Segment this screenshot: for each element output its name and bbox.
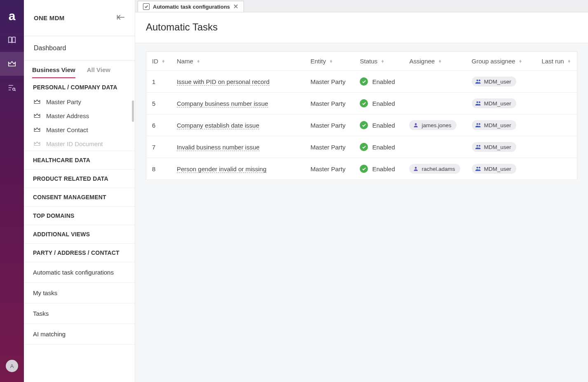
section-personal[interactable]: PERSONAL / COMPANY DATA	[24, 78, 135, 93]
cell-status: Enabled	[354, 114, 403, 136]
assignee-chip[interactable]: rachel.adams	[409, 164, 460, 174]
rail-item-master[interactable]	[0, 52, 24, 76]
sort-icon: ▲▼	[197, 60, 200, 63]
cell-group: MDM_user	[466, 93, 536, 114]
collapse-icon	[117, 14, 125, 20]
svg-point-11	[476, 167, 478, 168]
svg-point-4	[478, 101, 480, 103]
sidebar-link-tasks[interactable]: Tasks	[24, 303, 135, 324]
cell-assignee: rachel.adams	[403, 158, 466, 180]
avatar[interactable]: A	[6, 360, 18, 372]
table-row[interactable]: 1Issue with PID on personal recordMaster…	[146, 71, 577, 93]
sidebar-item-label: Master Party	[46, 98, 81, 105]
scrollbar-thumb[interactable]	[132, 100, 134, 122]
dashboard-link[interactable]: Dashboard	[24, 36, 135, 61]
sidebar-item-master-address[interactable]: Master Address	[24, 109, 135, 123]
group-chip[interactable]: MDM_user	[472, 120, 516, 130]
sidebar-header: ONE MDM	[24, 0, 135, 36]
group-chip[interactable]: MDM_user	[472, 77, 516, 86]
icon-rail: a A	[0, 0, 24, 382]
svg-point-3	[476, 101, 478, 103]
sidebar-item-master-contact[interactable]: Master Contact	[24, 123, 135, 137]
group-chip[interactable]: MDM_user	[472, 164, 516, 174]
users-icon	[475, 165, 482, 172]
col-group[interactable]: Group assignee▲▼	[466, 52, 536, 71]
task-name-link[interactable]: Company establish date issue	[177, 122, 259, 129]
svg-point-8	[476, 145, 478, 147]
check-circle-icon	[360, 165, 368, 173]
crown-icon	[33, 98, 41, 106]
tab-business-view[interactable]: Business View	[32, 66, 75, 78]
cell-assignee	[403, 136, 466, 158]
cell-lastrun	[536, 158, 577, 180]
section-product[interactable]: PRODUCT RELATED DATA	[24, 170, 135, 188]
rail-logo[interactable]: a	[0, 4, 24, 28]
status-text: Enabled	[372, 78, 395, 85]
status-text: Enabled	[372, 144, 395, 151]
sidebar-item-label: Master Contact	[46, 126, 88, 133]
sidebar-item-master-id-doc[interactable]: Master ID Document	[24, 137, 135, 151]
sidebar-title: ONE MDM	[34, 14, 65, 21]
status-text: Enabled	[372, 122, 395, 129]
assignee-chip[interactable]: james.jones	[409, 120, 456, 130]
svg-point-10	[415, 167, 417, 169]
users-icon	[475, 144, 482, 150]
group-name: MDM_user	[484, 166, 511, 172]
group-name: MDM_user	[484, 79, 511, 85]
cell-assignee	[403, 93, 466, 114]
cell-id: 8	[146, 158, 171, 180]
sidebar-item-master-party[interactable]: Master Party	[24, 95, 135, 109]
task-name-link[interactable]: Issue with PID on personal record	[177, 78, 269, 86]
section-additional-views[interactable]: ADDITIONAL VIEWS	[24, 225, 135, 244]
sort-icon: ▲▼	[518, 60, 522, 63]
collapse-button[interactable]	[117, 14, 125, 22]
sidebar-link-my-tasks[interactable]: My tasks	[24, 283, 135, 303]
check-circle-icon	[360, 143, 368, 151]
sidebar: ONE MDM Dashboard Business View All View…	[24, 0, 135, 382]
sidebar-link-ai-matching[interactable]: AI matching	[24, 324, 135, 345]
rail-item-search[interactable]	[0, 76, 24, 100]
task-name-link[interactable]: Person gender invalid or missing	[177, 165, 267, 173]
book-icon	[7, 35, 16, 44]
section-healthcare[interactable]: HEALTHCARE DATA	[24, 151, 135, 170]
col-id[interactable]: ID▲▼	[146, 52, 171, 71]
tab-label: Automatic task configurations	[153, 4, 230, 10]
tab-close-button[interactable]: ✕	[233, 3, 239, 10]
table-row[interactable]: 5Company business number issueMaster Par…	[146, 93, 577, 114]
view-tabs: Business View All View	[24, 61, 135, 78]
col-status[interactable]: Status▲▼	[354, 52, 403, 71]
svg-point-7	[478, 123, 480, 125]
rail-item-catalog[interactable]	[0, 28, 24, 52]
tab-all-view[interactable]: All View	[87, 66, 110, 78]
group-chip[interactable]: MDM_user	[472, 142, 516, 152]
group-name: MDM_user	[484, 144, 511, 150]
table-row[interactable]: 8Person gender invalid or missingMaster …	[146, 158, 577, 180]
task-name-link[interactable]: Invalid business number issue	[177, 144, 260, 151]
sidebar-link-auto-task-config[interactable]: Automatic task configurations	[24, 262, 135, 283]
section-consent[interactable]: CONSENT MANAGEMENT	[24, 188, 135, 207]
col-assignee[interactable]: Assignee▲▼	[403, 52, 466, 71]
col-lastrun[interactable]: Last run▲▼	[536, 52, 577, 71]
status-text: Enabled	[372, 100, 395, 107]
group-chip[interactable]: MDM_user	[472, 98, 516, 108]
crown-icon	[33, 140, 41, 148]
cell-name: Company establish date issue	[171, 114, 305, 136]
tab-auto-task-config[interactable]: Automatic task configurations ✕	[138, 1, 244, 12]
cell-status: Enabled	[354, 93, 403, 114]
cell-name: Person gender invalid or missing	[171, 158, 305, 180]
table-row[interactable]: 6Company establish date issueMaster Part…	[146, 114, 577, 136]
svg-point-12	[478, 167, 480, 168]
crown-icon	[33, 126, 41, 134]
user-icon	[412, 165, 419, 172]
user-icon	[412, 122, 419, 128]
col-entity[interactable]: Entity▲▼	[305, 52, 354, 71]
section-party-address-contact[interactable]: PARTY / ADDRESS / CONTACT	[24, 244, 135, 262]
cell-entity: Master Party	[305, 114, 354, 136]
section-top-domains[interactable]: TOP DOMAINS	[24, 207, 135, 225]
logo-letter: a	[9, 9, 16, 23]
sidebar-sections: PERSONAL / COMPANY DATA Master Party Mas…	[24, 78, 135, 382]
table-container: ID▲▼ Name▲▼ Entity▲▼ Status▲▼ Assignee▲▼…	[135, 43, 588, 188]
table-row[interactable]: 7Invalid business number issueMaster Par…	[146, 136, 577, 158]
col-name[interactable]: Name▲▼	[171, 52, 305, 71]
task-name-link[interactable]: Company business number issue	[177, 100, 268, 107]
